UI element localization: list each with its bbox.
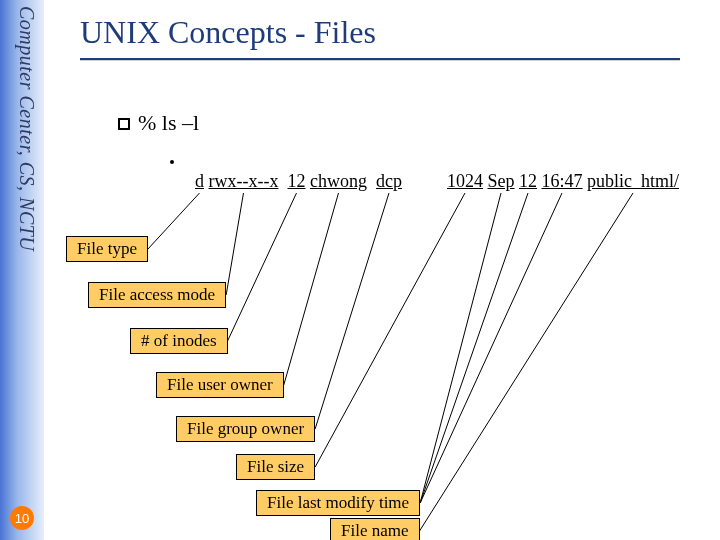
svg-line-1 — [226, 193, 243, 295]
ls-day: 12 — [519, 171, 537, 191]
command-text: % ls –l — [138, 110, 199, 136]
label-inodes: # of inodes — [130, 328, 228, 354]
label-file-access-mode: File access mode — [88, 282, 226, 308]
label-file-type: File type — [66, 236, 148, 262]
svg-line-9 — [420, 193, 528, 503]
ls-size: 1024 — [447, 171, 483, 191]
label-file-size: File size — [236, 454, 315, 480]
connector-lines — [0, 0, 720, 540]
label-user-owner: File user owner — [156, 372, 284, 398]
ls-name: public_html/ — [587, 171, 679, 191]
sidebar-gradient: Computer Center, CS, NCTU — [0, 0, 44, 540]
ls-group: dcp — [376, 171, 402, 191]
bullet-square-icon — [118, 118, 130, 130]
sidebar-text: Computer Center, CS, NCTU — [15, 6, 38, 540]
svg-line-4 — [315, 193, 389, 429]
ls-time: 16:47 — [542, 171, 583, 191]
svg-line-8 — [420, 193, 501, 503]
slide-title: UNIX Concepts - Files — [80, 14, 376, 51]
label-group-owner: File group owner — [176, 416, 315, 442]
page-number-badge: 10 — [10, 506, 34, 530]
ls-type: d — [195, 171, 204, 191]
svg-line-2 — [228, 193, 297, 341]
bullet-dot-icon — [170, 160, 174, 164]
svg-line-0 — [148, 193, 200, 249]
ls-mode: rwx--x--x — [209, 171, 279, 191]
svg-line-7 — [420, 193, 634, 531]
svg-line-6 — [420, 193, 562, 503]
svg-line-3 — [284, 193, 339, 385]
title-underline — [80, 58, 680, 61]
ls-output-left: d rwx--x--x 12 chwong dcp — [186, 150, 402, 192]
ls-output-right: 1024 Sep 12 16:47 public_html/ — [438, 150, 679, 192]
label-modify-time: File last modify time — [256, 490, 420, 516]
label-file-name: File name — [330, 518, 420, 540]
svg-line-5 — [315, 193, 465, 467]
ls-month: Sep — [488, 171, 515, 191]
ls-inodes: 12 — [287, 171, 305, 191]
ls-user: chwong — [310, 171, 367, 191]
